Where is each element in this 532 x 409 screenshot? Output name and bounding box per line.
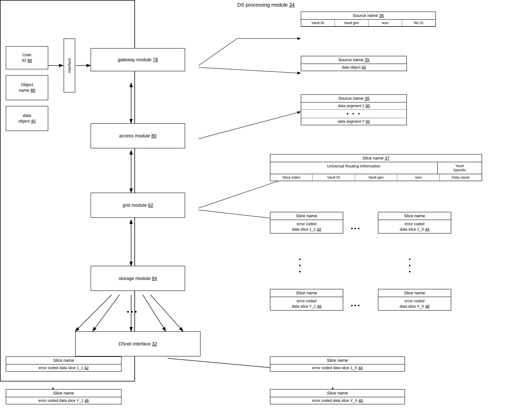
bottom-right-slice-1-x: Slice name error coded data slice 1_X 44 (270, 356, 405, 372)
slice-y-1-box: Slice name error codeddata slice Y_1 46 (270, 289, 343, 310)
dots-h-bot: • • • (351, 302, 360, 309)
slice-name-37: Slice name 37 Universal Routing Informat… (270, 154, 482, 181)
bottom-left-slice-1-1-title: Slice name (6, 357, 121, 364)
grid-module: grid module 82 (91, 193, 185, 218)
ds-processing-label: DS processing module 34 (237, 2, 295, 8)
source-name-35-top-row: Vault ID Vault gen resv file ID (301, 20, 435, 26)
bottom-right-slice-1-x-title: Slice name (270, 357, 405, 364)
data-seg-1-cell: data segment 1 90 (301, 102, 407, 109)
grid-module-label: grid module 82 (123, 202, 153, 208)
dots-v-right: ••• (409, 256, 411, 275)
ds-processing-number: 34 (289, 2, 295, 8)
source-name-35-seg-title: Source name 35 (301, 95, 407, 102)
gateway-module-label: gateway module 78 (118, 57, 158, 63)
dsnet-interface-label: DSnet interface 32 (119, 341, 157, 346)
source-name-35-seg: Source name 35 data segment 1 90 • • • d… (301, 94, 407, 125)
bottom-right-slice-y-x-title: Slice name (270, 390, 405, 397)
source-name-35-top-title: Source name 35 (301, 12, 435, 20)
dots-v-left: ••• (299, 256, 301, 275)
slice-y-x-title: Slice name (378, 289, 451, 297)
vault-id-header: Vault ID (313, 174, 355, 181)
user-id-box: UserID 86 (6, 46, 48, 69)
bottom-left-slice-y-1-title: Slice name (6, 390, 121, 397)
slice-y-1-body: error codeddata slice Y_1 46 (270, 297, 343, 310)
dots-seg: • • • (301, 109, 407, 118)
svg-line-17 (199, 112, 301, 139)
data-name-header: Data name (440, 174, 482, 181)
source-name-35-mid-title: Source name 35 (301, 56, 407, 64)
dsnet-interface: DSnet interface 32 (75, 331, 200, 356)
vault-id-cell: Vault ID (301, 20, 335, 26)
dots-h-top: • • • (351, 225, 360, 232)
access-module-label: access module 80 (119, 133, 156, 138)
svg-line-11 (150, 295, 183, 331)
source-name-35-top: Source name 35 Vault ID Vault gen resv f… (301, 12, 436, 27)
bottom-right-slice-y-x: Slice name error coded data slice Y_X 48 (270, 389, 405, 404)
resv-header: resv (397, 174, 439, 181)
gateway-module: gateway module 78 (91, 48, 185, 71)
vault-specific-label: VaultSpecific (438, 162, 482, 174)
slice-index-header: Slice index (270, 174, 313, 181)
bottom-left-slice-1-1-body: error coded data slice 1_1 42 (6, 364, 121, 371)
slice-1-1-box: Slice name error codeddata slice 1_1 42 (270, 212, 343, 234)
file-id-cell: file ID (402, 20, 435, 26)
source-name-35-mid: Source name 35 data object 40 (301, 56, 407, 71)
slice-y-x-box: Slice name error codeddata slice Y_X 48 (378, 289, 451, 310)
slice-1-x-box: Slice name error codeddata slice 1_X 44 (378, 212, 451, 234)
bottom-left-slice-y-1-body: error coded data slice Y_1 46 (6, 397, 121, 404)
resv-cell: resv (369, 20, 402, 26)
slice-y-x-body: error codeddata slice Y_X 48 (378, 297, 451, 310)
slice-y-1-title: Slice name (270, 289, 343, 297)
data-object-label: dataobject 40 (18, 113, 36, 124)
interface-label: interface (67, 58, 72, 73)
bottom-right-slice-y-x-body: error coded data slice Y_X 48 (270, 397, 405, 404)
svg-line-16 (199, 67, 301, 73)
storage-module: storage module 84 (91, 266, 185, 291)
interface-box: interface (64, 38, 75, 92)
object-name-box: Objectname 88 (6, 75, 48, 100)
slice-1-1-body: error codeddata slice 1_1 42 (270, 220, 343, 233)
data-object-box: dataobject 40 (6, 106, 48, 131)
data-object-40-cell: data object 40 (301, 64, 407, 71)
vault-gen-header: Vault gen (355, 174, 397, 181)
svg-line-9 (143, 295, 166, 331)
dots-center: • • • (127, 308, 137, 315)
vault-gen-cell: Vault gen (335, 20, 368, 26)
access-module: access module 80 (91, 123, 185, 148)
bottom-left-slice-y-1: Slice name error coded data slice Y_1 46 (6, 389, 122, 404)
data-seg-y-cell: data segment Y 92 (301, 118, 407, 125)
diagram: DS processing module 34 interface UserID… (0, 0, 532, 409)
bottom-right-slice-1-x-body: error coded data slice 1_X 44 (270, 364, 405, 371)
storage-module-label: storage module 84 (119, 276, 157, 281)
object-name-label: Objectname 88 (19, 82, 35, 93)
slice-1-x-title: Slice name (378, 212, 451, 220)
slice-1-x-body: error codeddata slice 1_X 44 (378, 220, 451, 233)
uri-label: Universal Routing Information (270, 162, 438, 174)
svg-line-14 (199, 38, 237, 65)
user-id-label: UserID 86 (22, 52, 32, 63)
slice-1-1-title: Slice name (270, 212, 343, 220)
bottom-left-slice-1-1: Slice name error coded data slice 1_1 42 (6, 356, 122, 372)
slice-name-37-title: Slice name 37 (270, 155, 482, 162)
